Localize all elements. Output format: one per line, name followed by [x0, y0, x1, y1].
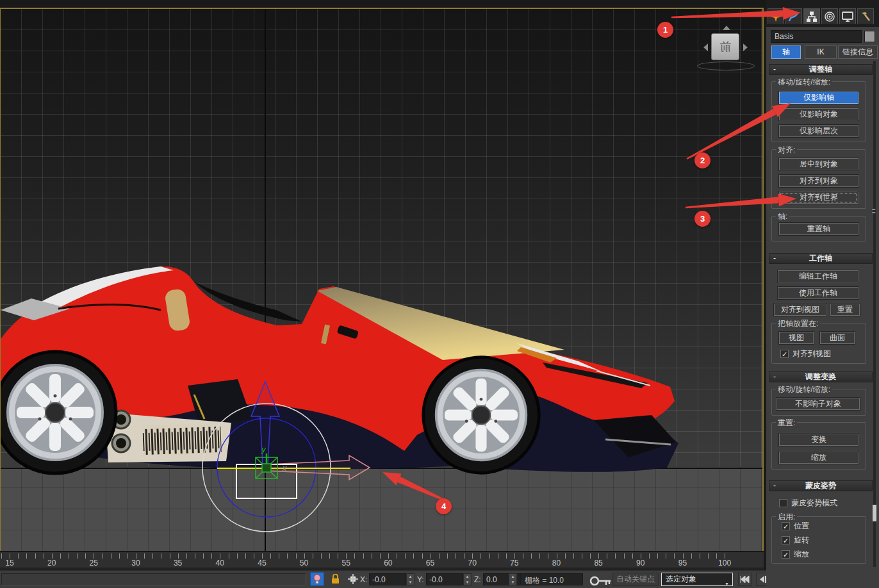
checkbox-icon[interactable]: ✓: [782, 522, 790, 530]
viewcube-compass-ring[interactable]: [697, 61, 755, 70]
ruler-tick: [152, 553, 153, 559]
ruler-tick: [220, 553, 220, 559]
y-spinner[interactable]: ▲▼: [463, 573, 472, 585]
rollout-working-pivot[interactable]: - 工作轴: [769, 253, 873, 264]
tab-utilities[interactable]: [857, 8, 874, 24]
enable-scale-checkbox[interactable]: ✓ 缩放: [782, 549, 809, 560]
checkbox-icon[interactable]: ✓: [780, 350, 789, 358]
panel-scrollbar-thumb[interactable]: [873, 505, 876, 521]
z-spinner[interactable]: ▲▼: [509, 573, 517, 585]
ruler-tick: [136, 553, 136, 559]
align-to-world-button[interactable]: 对齐到世界: [779, 192, 858, 204]
ruler-tick: [607, 553, 607, 559]
selection-lock-toggle[interactable]: [328, 572, 342, 586]
auto-key-button[interactable]: 自动关键点: [612, 573, 659, 586]
command-panel: Basis 轴 IK 链接信息 - 调整轴 移动/旋转/缩放: 仅影响轴 仅影响…: [766, 0, 879, 588]
affect-pivot-only-button[interactable]: 仅影响轴: [779, 92, 858, 104]
object-color-swatch[interactable]: [864, 31, 875, 42]
x-coordinate-field[interactable]: -0.0: [369, 573, 406, 585]
skin-pose-mode-checkbox[interactable]: 蒙皮姿势模式: [779, 498, 837, 509]
ruler-tick: [35, 553, 36, 559]
ruler-tick: [321, 553, 322, 559]
absolute-mode-toggle[interactable]: [346, 572, 360, 586]
viewport-front[interactable]: y x 前: [0, 8, 764, 551]
dont-affect-children-button[interactable]: 不影响子对象: [776, 398, 860, 410]
ruler-label: 20: [47, 559, 56, 568]
go-to-start-button[interactable]: [738, 573, 752, 586]
ruler-tick: [296, 553, 297, 559]
ruler-tick: [716, 553, 717, 559]
align-to-view-button[interactable]: 对齐到视图: [774, 304, 826, 316]
hierarchy-icon: [806, 11, 817, 22]
ruler-tick: [615, 553, 616, 559]
ruler-label: 85: [594, 559, 602, 568]
viewcube-cube[interactable]: 前: [711, 33, 739, 60]
panel-scrollbar-track[interactable]: [873, 61, 876, 567]
tab-display[interactable]: [839, 8, 856, 24]
rollout-skin-pose[interactable]: - 蒙皮姿势: [769, 480, 873, 491]
set-key-icon[interactable]: [589, 575, 612, 587]
viewcube-up-arrow[interactable]: [723, 26, 730, 30]
viewcube-left-arrow[interactable]: [703, 44, 708, 51]
rollout-adjust-pivot[interactable]: - 调整轴: [769, 64, 873, 75]
working-pivot-reset-button[interactable]: 重置: [830, 304, 860, 316]
tab-create[interactable]: [768, 8, 784, 24]
ruler-tick: [641, 553, 641, 559]
subtab-ik[interactable]: IK: [805, 45, 837, 59]
enable-position-checkbox[interactable]: ✓ 位置: [782, 521, 809, 532]
ruler-tick: [405, 553, 406, 559]
ruler-tick: [388, 553, 389, 559]
align-to-view-checkbox[interactable]: ✓ 对齐到视图: [780, 348, 831, 359]
place-pivot-surface-button[interactable]: 曲面: [820, 332, 855, 344]
viewcube[interactable]: 前: [696, 24, 760, 74]
affect-object-only-button[interactable]: 仅影响对象: [779, 108, 858, 120]
viewcube-face-label: 前: [719, 39, 731, 54]
subtab-link-info[interactable]: 链接信息: [838, 45, 878, 59]
ruler-tick: [456, 553, 456, 559]
viewcube-right-arrow[interactable]: [743, 44, 748, 51]
subtab-pivot[interactable]: 轴: [771, 45, 801, 59]
ruler-tick: [489, 553, 490, 559]
track-bar-ruler[interactable]: 1520253035404550556065707580859095100: [0, 551, 764, 568]
z-coordinate-label: Z:: [474, 575, 481, 584]
ruler-label: 90: [636, 559, 645, 568]
use-working-pivot-button[interactable]: 使用工作轴: [778, 287, 858, 299]
viewport-ground-plane: [1, 467, 762, 551]
panel-resize-grip[interactable]: ••••••: [872, 208, 876, 218]
selection-filter-dropdown[interactable]: 选定对象 ▼: [661, 573, 733, 586]
reset-scale-button[interactable]: 缩放: [779, 452, 858, 464]
checkbox-icon[interactable]: ✓: [782, 550, 790, 559]
enable-rotation-checkbox[interactable]: ✓ 旋转: [782, 535, 809, 546]
align-to-object-button[interactable]: 对齐到对象: [779, 175, 858, 187]
isolate-selection-toggle[interactable]: [310, 572, 324, 586]
y-coordinate-field[interactable]: -0.0: [426, 573, 463, 585]
ruler-tick: [582, 553, 582, 559]
tab-hierarchy[interactable]: [803, 8, 820, 24]
ruler-tick: [338, 553, 338, 559]
step-badge-3: 3: [694, 211, 711, 227]
tab-motion[interactable]: [821, 8, 838, 24]
edit-working-pivot-button[interactable]: 编辑工作轴: [778, 270, 858, 282]
ruler-tick: [498, 553, 498, 559]
ground-horizon-line: [1, 468, 762, 469]
ruler-label: 15: [5, 559, 13, 568]
object-name-field[interactable]: Basis: [771, 30, 862, 43]
center-to-object-button[interactable]: 居中到对象: [779, 158, 858, 170]
ruler-tick: [127, 553, 128, 559]
place-pivot-view-button[interactable]: 视图: [779, 332, 814, 344]
ruler-label: 35: [174, 559, 182, 568]
rollout-adjust-transform[interactable]: - 调整变换: [769, 372, 873, 382]
x-spinner[interactable]: ▲▼: [406, 573, 415, 585]
checkbox-icon[interactable]: [779, 499, 787, 507]
ruler-tick: [691, 553, 692, 559]
tab-modify[interactable]: [785, 8, 802, 24]
checkbox-icon[interactable]: ✓: [782, 536, 790, 544]
reset-transform-button[interactable]: 变换: [779, 434, 858, 446]
status-bar: X: -0.0 ▲▼ Y: -0.0 ▲▼ Z: 0.0 ▲▼ 栅格 = 10.…: [0, 570, 879, 588]
ruler-tick: [52, 553, 53, 559]
reset-pivot-button[interactable]: 重置轴: [779, 223, 858, 235]
affect-hierarchy-only-button[interactable]: 仅影响层次: [779, 125, 858, 137]
ruler-label: 55: [342, 559, 350, 568]
ruler-tick: [632, 553, 633, 559]
motion-icon: [824, 11, 835, 22]
